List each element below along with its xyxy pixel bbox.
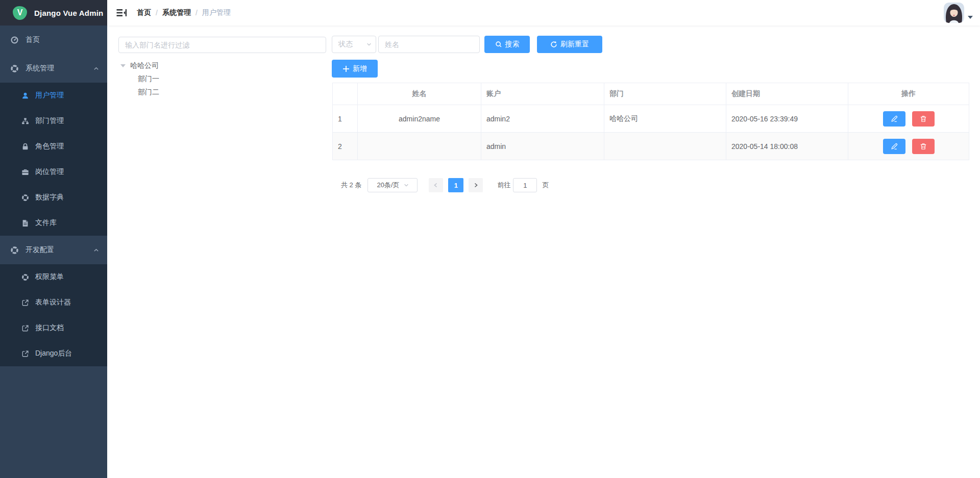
plus-icon bbox=[342, 65, 350, 72]
page-unit-label: 页 bbox=[542, 181, 549, 190]
delete-button[interactable] bbox=[912, 139, 935, 154]
breadcrumb-home[interactable]: 首页 bbox=[137, 8, 151, 17]
aim-icon bbox=[10, 246, 19, 255]
goto-page-input[interactable] bbox=[513, 178, 537, 192]
arrow-right-icon bbox=[473, 183, 478, 188]
pagination: 共 2 条 20条/页 1 前往 页 bbox=[341, 178, 549, 192]
breadcrumb: 首页 / 系统管理 / 用户管理 bbox=[137, 0, 231, 26]
col-header-created: 创建日期 bbox=[726, 83, 848, 105]
breadcrumb-section[interactable]: 系统管理 bbox=[162, 8, 191, 17]
table-header-row: 姓名 账户 部门 创建日期 操作 bbox=[333, 83, 969, 105]
add-button[interactable]: 新增 bbox=[332, 60, 378, 78]
sidebar-item-positions[interactable]: 岗位管理 bbox=[0, 159, 107, 185]
cell-name bbox=[358, 133, 481, 160]
sidebar-item-permissions[interactable]: 权限菜单 bbox=[0, 264, 107, 290]
chevron-up-icon bbox=[93, 66, 99, 71]
dashboard-icon bbox=[10, 36, 19, 44]
col-header-actions: 操作 bbox=[848, 83, 969, 105]
document-icon bbox=[21, 219, 29, 227]
arrow-left-icon bbox=[433, 183, 438, 188]
trash-icon bbox=[920, 115, 927, 122]
trash-icon bbox=[920, 143, 927, 150]
dept-tree: 哈哈公司 部门一 部门二 bbox=[118, 59, 326, 99]
user-icon bbox=[21, 92, 29, 99]
cell-created: 2020-05-14 18:00:08 bbox=[726, 133, 848, 160]
search-button[interactable]: 搜索 bbox=[484, 36, 530, 53]
external-link-icon bbox=[21, 324, 29, 332]
users-table: 姓名 账户 部门 创建日期 操作 1 admin2name admin2 哈哈公… bbox=[332, 83, 969, 160]
lock-icon bbox=[21, 143, 29, 150]
sidebar-item-home[interactable]: 首页 bbox=[0, 26, 107, 54]
org-tree-icon bbox=[21, 117, 29, 125]
breadcrumb-current: 用户管理 bbox=[202, 8, 231, 17]
col-header-name: 姓名 bbox=[358, 83, 481, 105]
prev-page-button[interactable] bbox=[429, 178, 443, 192]
breadcrumb-separator: / bbox=[156, 9, 158, 17]
goto-label: 前往 bbox=[497, 181, 510, 190]
sidebar-item-django-admin[interactable]: Django后台 bbox=[0, 341, 107, 366]
name-search-input[interactable] bbox=[378, 36, 480, 53]
status-select[interactable]: 状态 bbox=[332, 36, 376, 53]
search-icon bbox=[495, 41, 502, 48]
aim-icon bbox=[21, 194, 29, 202]
sidebar-item-system[interactable]: 系统管理 bbox=[0, 54, 107, 83]
sidebar: V Django Vue Admin 首页 系统管理 用户管理 bbox=[0, 0, 107, 478]
chevron-down-icon bbox=[366, 42, 372, 47]
chevron-down-icon bbox=[404, 183, 409, 188]
table-row: 1 admin2name admin2 哈哈公司 2020-05-16 23:3… bbox=[333, 105, 969, 133]
briefcase-icon bbox=[21, 168, 29, 176]
edit-pencil-icon bbox=[891, 115, 898, 122]
dept-filter-input[interactable] bbox=[118, 37, 326, 53]
cell-created: 2020-05-16 23:39:49 bbox=[726, 105, 848, 133]
cell-account: admin2 bbox=[481, 105, 604, 133]
table-row: 2 admin 2020-05-14 18:00:08 bbox=[333, 133, 969, 160]
tree-node-dept1[interactable]: 部门一 bbox=[118, 72, 326, 86]
sidebar-item-api-docs[interactable]: 接口文档 bbox=[0, 315, 107, 341]
cell-index: 1 bbox=[333, 105, 358, 133]
sidebar-item-files[interactable]: 文件库 bbox=[0, 210, 107, 236]
cell-dept bbox=[604, 133, 726, 160]
sidebar-item-departments[interactable]: 部门管理 bbox=[0, 108, 107, 134]
refresh-reset-button[interactable]: 刷新重置 bbox=[537, 36, 602, 53]
external-link-icon bbox=[21, 299, 29, 307]
sidebar-item-form-designer[interactable]: 表单设计器 bbox=[0, 290, 107, 315]
user-avatar-menu[interactable] bbox=[944, 3, 973, 23]
sidebar-item-dictionary[interactable]: 数据字典 bbox=[0, 185, 107, 210]
caret-down-icon bbox=[968, 16, 973, 19]
breadcrumb-separator: / bbox=[195, 9, 198, 17]
next-page-button[interactable] bbox=[469, 178, 483, 192]
logo-icon: V bbox=[13, 6, 27, 20]
cell-account: admin bbox=[481, 133, 604, 160]
page-size-select[interactable]: 20条/页 bbox=[368, 178, 418, 192]
external-link-icon bbox=[21, 350, 29, 358]
cell-name: admin2name bbox=[358, 105, 481, 133]
caret-down-icon[interactable] bbox=[120, 64, 126, 67]
avatar bbox=[944, 3, 964, 23]
pagination-total: 共 2 条 bbox=[341, 181, 361, 190]
delete-button[interactable] bbox=[912, 111, 935, 127]
hamburger-icon[interactable] bbox=[116, 8, 127, 18]
col-header-dept: 部门 bbox=[604, 83, 726, 105]
app-logo[interactable]: V Django Vue Admin bbox=[0, 0, 107, 26]
top-navbar: 首页 / 系统管理 / 用户管理 bbox=[107, 0, 980, 26]
tree-node-dept2[interactable]: 部门二 bbox=[118, 86, 326, 99]
edit-pencil-icon bbox=[891, 143, 898, 150]
sidebar-item-devconfig[interactable]: 开发配置 bbox=[0, 236, 107, 264]
page-number-button[interactable]: 1 bbox=[448, 178, 463, 192]
chevron-up-icon bbox=[93, 247, 99, 253]
edit-button[interactable] bbox=[883, 139, 905, 154]
aim-icon bbox=[21, 273, 29, 281]
cell-dept: 哈哈公司 bbox=[604, 105, 726, 133]
app-title: Django Vue Admin bbox=[34, 9, 103, 17]
sidebar-item-users[interactable]: 用户管理 bbox=[0, 83, 107, 108]
col-header-index bbox=[333, 83, 358, 105]
tree-node-company[interactable]: 哈哈公司 bbox=[118, 59, 326, 72]
cell-index: 2 bbox=[333, 133, 358, 160]
sidebar-item-roles[interactable]: 角色管理 bbox=[0, 134, 107, 159]
edit-button[interactable] bbox=[883, 111, 905, 127]
refresh-icon bbox=[550, 41, 557, 48]
aim-icon bbox=[10, 64, 19, 73]
col-header-account: 账户 bbox=[481, 83, 604, 105]
